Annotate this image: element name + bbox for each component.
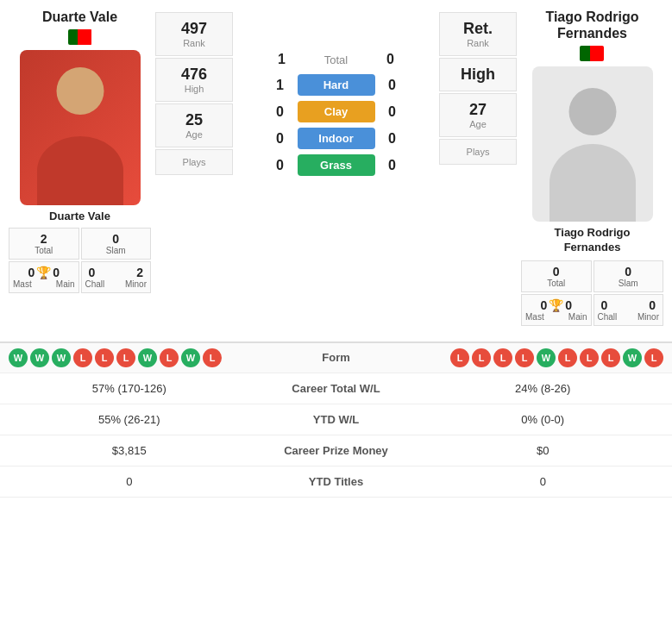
left-form: WWWLLLWLWL — [9, 348, 285, 367]
right-indoor-score: 0 — [384, 131, 401, 147]
left-prize: $3,815 — [9, 444, 250, 457]
form-badge: W — [623, 348, 642, 367]
total-score-row: 1 Total 0 — [237, 52, 435, 67]
right-chall-minor-val: 0 0 — [596, 298, 662, 312]
form-badge: W — [537, 348, 556, 367]
right-player-name-below: Tiago Rodrigo Fernandes — [555, 226, 631, 255]
right-high-panel: High — [439, 58, 517, 91]
right-player-col: Tiago Rodrigo Fernandes Tiago Rodrigo Fe… — [521, 9, 663, 326]
hard-score-row: 1 Hard 0 — [237, 74, 435, 96]
right-age-panel: 27 Age — [439, 93, 517, 137]
left-total-lbl: Total — [11, 246, 77, 255]
indoor-score-row: 0 Indoor 0 — [237, 128, 435, 149]
right-prize: $0 — [423, 444, 664, 457]
left-rank-lbl: Rank — [160, 38, 229, 48]
right-total-lbl: Total — [524, 279, 589, 288]
right-player-name-l1: Tiago Rodrigo — [545, 9, 638, 25]
right-plays-panel: Plays — [439, 139, 517, 165]
clay-score-row: 0 Clay 0 — [237, 101, 435, 122]
center-scores-col: 1 Total 0 1 Hard 0 0 Clay 0 0 Indoor 0 — [237, 9, 435, 176]
form-badge: L — [203, 348, 222, 367]
left-slam-cell: 0 Slam — [81, 228, 152, 260]
form-badge: L — [580, 348, 599, 367]
right-rank-val: Ret. — [443, 20, 512, 38]
form-badge: W — [9, 348, 28, 367]
left-flag — [68, 29, 92, 45]
right-high-val: High — [443, 66, 512, 84]
right-hard-score: 0 — [384, 78, 401, 93]
left-ytd-wl: 55% (26-21) — [9, 413, 250, 426]
form-badge: L — [644, 348, 663, 367]
right-total-score: 0 — [382, 52, 399, 67]
form-badge: L — [601, 348, 620, 367]
left-player-col: Duarte Vale Duarte Vale 2 Total 0 — [9, 9, 151, 293]
form-badge: L — [95, 348, 114, 367]
right-mast-main-lbl: Mast Main — [524, 312, 589, 322]
clay-button[interactable]: Clay — [298, 101, 375, 122]
left-age-panel: 25 Age — [155, 103, 233, 147]
left-career-wl: 57% (170-126) — [9, 382, 250, 395]
hard-button[interactable]: Hard — [298, 74, 375, 96]
right-player-photo — [532, 66, 653, 222]
left-slam-lbl: Slam — [84, 246, 149, 255]
right-ytd-wl: 0% (0-0) — [423, 413, 664, 426]
form-label: Form — [285, 351, 388, 364]
right-rank-panels: Ret. Rank High 27 Age Plays — [439, 12, 517, 165]
right-flag — [580, 46, 604, 61]
trophy-icon-left: 🏆 — [36, 266, 51, 279]
form-badge: W — [52, 348, 71, 367]
form-row: WWWLLLWLWL Form LLLLWLLLWL — [0, 343, 672, 373]
form-badge: L — [472, 348, 491, 367]
trophy-icon-right: 🏆 — [549, 298, 563, 312]
left-player-photo — [20, 50, 141, 205]
form-badge: L — [116, 348, 135, 367]
bottom-section: WWWLLLWLWL Form LLLLWLLLWL 57% (170-126)… — [0, 341, 672, 498]
form-badge: L — [450, 348, 469, 367]
left-chall-minor-lbl: Chall Minor — [84, 279, 149, 289]
right-rank-panel: Ret. Rank — [439, 12, 517, 56]
form-badge: W — [30, 348, 49, 367]
right-player-name-l2: Fernandes — [557, 25, 627, 41]
left-plays-panel: Plays — [155, 149, 233, 175]
left-player-name-below: Duarte Vale — [49, 210, 110, 222]
left-rank-val: 497 — [160, 20, 229, 38]
right-slam-lbl: Slam — [596, 279, 662, 288]
right-plays-lbl: Plays — [443, 147, 512, 157]
left-name-flag: Duarte Vale — [42, 9, 117, 45]
right-total-val: 0 — [524, 265, 589, 279]
form-badge: L — [558, 348, 577, 367]
indoor-button[interactable]: Indoor — [298, 128, 375, 149]
top-layout: Duarte Vale Duarte Vale 2 Total 0 — [0, 0, 672, 335]
right-chall-minor-lbl: Chall Minor — [596, 312, 662, 322]
left-mast-cell: 0 🏆 0 Mast Main — [9, 261, 79, 293]
left-clay-score: 0 — [272, 104, 289, 120]
career-wl-row: 57% (170-126) Career Total W/L 24% (8-26… — [0, 373, 672, 404]
left-slam-val: 0 — [84, 232, 149, 246]
form-badge: L — [515, 348, 534, 367]
left-grass-score: 0 — [272, 158, 289, 173]
right-mast-cell: 0 🏆 0 Mast Main — [521, 294, 592, 326]
right-chall-cell: 0 0 Chall Minor — [593, 294, 664, 326]
left-hard-score: 1 — [272, 78, 289, 93]
prize-label: Career Prize Money — [250, 444, 423, 457]
form-badge: L — [160, 348, 179, 367]
right-titles: 0 — [423, 475, 664, 488]
right-total-cell: 0 Total — [521, 260, 592, 292]
right-name-flag: Tiago Rodrigo Fernandes — [545, 9, 638, 61]
left-total-val: 2 — [11, 232, 77, 246]
left-rank-panels: 497 Rank 476 High 25 Age Plays — [155, 12, 233, 175]
left-chall-minor-val: 0 2 — [84, 266, 149, 279]
grass-button[interactable]: Grass — [298, 154, 375, 176]
right-career-wl: 24% (8-26) — [423, 382, 664, 395]
left-indoor-score: 0 — [272, 131, 289, 147]
left-chall-cell: 0 2 Chall Minor — [81, 261, 152, 293]
main-container: Duarte Vale Duarte Vale 2 Total 0 — [0, 0, 672, 498]
form-badge: W — [181, 348, 200, 367]
form-badge: L — [493, 348, 512, 367]
left-stats-grid: 2 Total 0 Slam 0 🏆 0 Mast Main — [9, 228, 151, 293]
grass-score-row: 0 Grass 0 — [237, 154, 435, 176]
left-high-val: 476 — [160, 66, 229, 84]
left-total-score: 1 — [273, 52, 291, 67]
left-total-cell: 2 Total — [9, 228, 79, 260]
right-slam-val: 0 — [596, 265, 662, 279]
